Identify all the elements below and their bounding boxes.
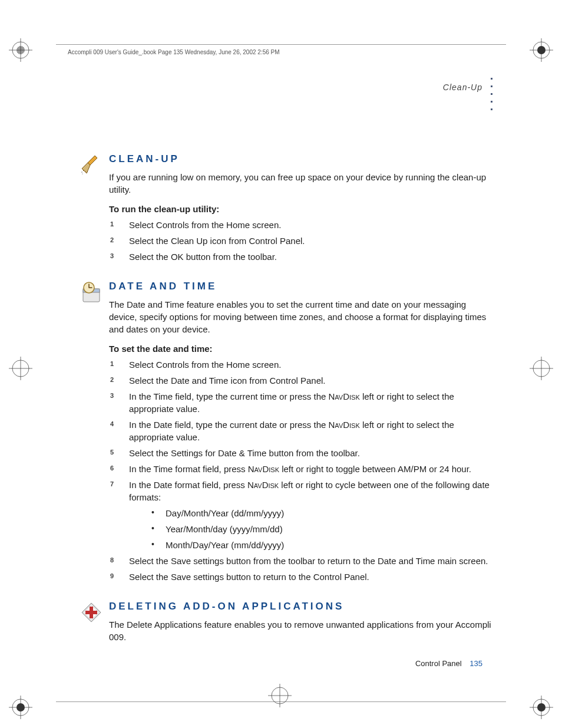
step-item: Select the Date and Time icon from Contr… [109,374,492,387]
step-item: Select the Save settings button to retur… [109,571,492,583]
steps-list: Select Controls from the Home screen.Sel… [109,358,492,583]
registration-mark-icon [6,693,35,722]
step-item: Select Controls from the Home screen. [109,358,492,371]
heading-deleting: DELETING ADD-ON APPLICATIONS [109,601,492,612]
registration-mark-icon [265,681,295,710]
bullet-list: Day/Month/Year (dd/mm/yyyy)Year/Month/da… [149,507,492,551]
svg-point-0 [81,172,82,173]
section-cleanup: CLEAN-UP If you are running low on memor… [109,153,492,263]
heading-datetime: DATE AND TIME [109,281,492,292]
svg-rect-8 [85,611,97,614]
diamond-plus-icon [80,601,103,624]
step-item: Select the Settings for Date & Time butt… [109,447,492,459]
footer-label: Control Panel [415,659,462,668]
svg-point-1 [82,173,83,174]
registration-mark-icon [6,354,35,383]
print-header: Accompli 009 User's Guide_.book Page 135… [68,49,280,55]
main-content: CLEAN-UP If you are running low on memor… [109,153,492,661]
intro-text: The Date and Time feature enables you to… [109,298,492,335]
bullet-item: Day/Month/Year (dd/mm/yyyy) [149,507,492,519]
registration-mark-icon [527,693,556,722]
bullet-item: Month/Day/Year (mm/dd/yyyy) [149,539,492,551]
page-footer: Control Panel 135 [415,659,482,668]
step-item: Select Controls from the Home screen. [109,219,492,231]
step-item: Select the Save settings button from the… [109,555,492,567]
registration-mark-icon [6,35,35,65]
step-item: In the Time format field, press NavDisk … [109,463,492,475]
step-item: In the Date format field, press NavDisk … [109,479,492,551]
step-item: In the Time field, type the current time… [109,390,492,415]
steps-list: Select Controls from the Home screen.Sel… [109,219,492,263]
step-item: Select the OK button from the toolbar. [109,251,492,263]
registration-mark-icon [527,354,556,383]
intro-text: The Delete Applications feature enables … [109,618,492,643]
registration-mark-icon [527,35,556,65]
heading-cleanup: CLEAN-UP [109,153,492,165]
running-head: Clean-Up [443,83,482,92]
bullet-item: Year/Month/day (yyyy/mm/dd) [149,523,492,535]
step-item: In the Date field, type the current date… [109,419,492,443]
section-deleting: DELETING ADD-ON APPLICATIONS The Delete … [109,601,492,643]
rule-top [56,44,506,45]
section-datetime: DATE AND TIME The Date and Time feature … [109,281,492,583]
subhead-text: To run the clean-up utility: [109,204,492,214]
decorative-dots [491,78,492,110]
broom-icon [80,153,103,177]
subhead-text: To set the date and time: [109,344,492,354]
footer-page-number: 135 [470,659,482,668]
step-item: Select the Clean Up icon from Control Pa… [109,235,492,247]
clock-calendar-icon [80,281,103,304]
intro-text: If you are running low on memory, you ca… [109,171,492,196]
